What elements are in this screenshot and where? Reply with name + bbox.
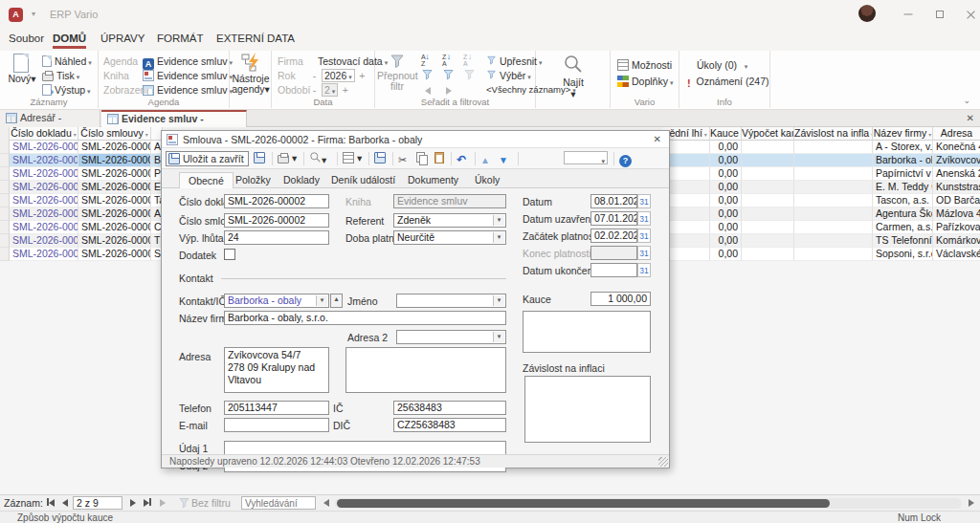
cislo-dokladu-field[interactable]: SML-2026-00002: [224, 194, 329, 208]
cell-zavislost[interactable]: [794, 207, 873, 221]
adresa2-textarea[interactable]: [345, 347, 506, 393]
cell-cislo-dokladu[interactable]: SML-2026-00002: [10, 154, 78, 167]
save-record-button[interactable]: [254, 151, 268, 166]
sort-desc-button[interactable]: [442, 54, 458, 67]
cell-cislo-smlouvy[interactable]: SML-2026-00006: [78, 207, 151, 221]
row-selector[interactable]: [0, 154, 10, 167]
email-field[interactable]: [224, 418, 329, 432]
cell-nazev-firmy[interactable]: Tascon, a.s.: [873, 194, 933, 207]
cell-vypocet-kauce[interactable]: [742, 154, 794, 167]
cell-vypocet-kauce[interactable]: [742, 234, 794, 248]
record-position[interactable]: 2 z 9: [73, 496, 122, 510]
cell-nazev-firmy[interactable]: TS Telefonní sp: [873, 234, 933, 248]
cell-adresa[interactable]: Zvíkovcova: [933, 154, 980, 167]
dodatek-checkbox[interactable]: [224, 249, 235, 260]
kauce-note-textarea[interactable]: [523, 311, 651, 353]
adresa-textarea[interactable]: Zvíkovcova 54/7 278 09 Kralupy nad Vltav…: [224, 347, 329, 393]
cell-cislo-smlouvy[interactable]: SML-2026-00009: [78, 248, 151, 261]
cell-zavislost[interactable]: [794, 167, 873, 181]
zobrazeni-combo[interactable]: Evidence smluv: [143, 83, 233, 97]
datum-ukonceni-field[interactable]: [590, 263, 637, 277]
zacatek-platnosti-calendar-button[interactable]: 31: [637, 229, 651, 243]
cell-adresa[interactable]: OD Barča: [933, 194, 980, 207]
agenda-combo[interactable]: Evidence smluv: [143, 54, 233, 68]
kauce-field[interactable]: 1 000,00: [590, 292, 651, 306]
save-and-close-button[interactable]: Uložit a zavřít: [166, 151, 249, 166]
row-selector[interactable]: [0, 194, 10, 207]
row-selector[interactable]: [0, 207, 10, 221]
dropdown-caret-icon[interactable]: [292, 152, 297, 163]
cell-kauce[interactable]: 0,00: [710, 141, 742, 154]
obdobi-plus-button[interactable]: +: [341, 83, 349, 97]
obdobi-value[interactable]: 2: [322, 83, 338, 97]
obdobi-minus-button[interactable]: -: [310, 83, 319, 97]
cell-adresa[interactable]: Anenská 25: [933, 167, 980, 181]
cell-kauce[interactable]: 0,00: [710, 167, 742, 181]
selection-filter-button[interactable]: Výběr: [486, 69, 531, 82]
cell-vypocet-kauce[interactable]: [742, 194, 794, 207]
ic-field[interactable]: 25638483: [393, 401, 506, 415]
cell-zavislost[interactable]: [794, 154, 873, 167]
header-nazev-firmy[interactable]: Název firmy: [873, 127, 933, 141]
menu-format[interactable]: FORMÁT: [157, 33, 204, 44]
dialog-close-icon[interactable]: [654, 134, 661, 144]
cell-kauce[interactable]: 0,00: [710, 154, 742, 167]
cell-adresa[interactable]: Komárkova: [933, 234, 980, 248]
undo-button[interactable]: [457, 151, 469, 166]
prev-page-button[interactable]: [425, 84, 431, 98]
minimize-button[interactable]: [895, 6, 922, 23]
table-row[interactable]: 0,00 TS Telefonní sp Komárkova: [662, 234, 980, 248]
tab-polozky[interactable]: Položky: [227, 172, 279, 188]
table-row[interactable]: SML-2026-00008 SML-2026-00008 TS: [0, 234, 163, 248]
next-record-button[interactable]: [499, 151, 511, 166]
cell-cislo-dokladu[interactable]: SML-2026-00009: [10, 248, 78, 261]
cell-cislo-dokladu[interactable]: SML-2026-00005: [10, 194, 78, 207]
new-record-button[interactable]: Nový: [6, 54, 38, 84]
search-input[interactable]: [241, 496, 316, 510]
cell-nazev-firmy[interactable]: Sopsoni, s.r.o.: [873, 248, 933, 261]
cell-vypocet-kauce[interactable]: [742, 248, 794, 261]
toggle-filter-button[interactable]: Přepnoutfiltr: [377, 54, 417, 92]
table-row[interactable]: SML-2026-00005 SML-2026-00005 Ta: [0, 194, 163, 207]
obdobi-stepper[interactable]: - 2 +: [310, 83, 349, 97]
rok-minus-button[interactable]: -: [310, 69, 319, 82]
cell-zavislost[interactable]: [794, 141, 873, 154]
cell-nazev-firmy[interactable]: Papírnictví v An: [873, 167, 933, 181]
udaj1-field[interactable]: [224, 441, 506, 455]
filter-selection-button[interactable]: [421, 69, 434, 82]
cell-cislo-dokladu[interactable]: SML-2026-00001: [10, 141, 78, 154]
cell-zavislost[interactable]: [794, 248, 873, 261]
table-row[interactable]: 0,00 Agentura Školin Mázlova 47: [662, 207, 980, 221]
table-row[interactable]: 0,00 Barborka - obal Zvíkovcova: [662, 154, 980, 167]
table-row[interactable]: 0,00 E. M. Teddy Gm Kunststrass: [662, 181, 980, 194]
next-record-button[interactable]: [126, 497, 139, 509]
cell-cislo-smlouvy[interactable]: SML-2026-00007: [78, 221, 151, 234]
cell-vypocet-kauce[interactable]: [742, 181, 794, 194]
print-preview-button[interactable]: [309, 151, 326, 166]
nazev-firmy-field[interactable]: Barborka - obaly, s.r.o.: [224, 311, 506, 325]
horizontal-scrollbar[interactable]: [335, 498, 962, 509]
cell-cislo-smlouvy[interactable]: SML-2026-00008: [78, 234, 151, 248]
menu-domu[interactable]: DOMŮ: [53, 33, 86, 49]
dialog-titlebar[interactable]: Smlouva - SML-2026-00002 - Firma: Barbor…: [162, 131, 669, 148]
maximize-button[interactable]: [926, 6, 953, 23]
table-row[interactable]: SML-2026-00009 SML-2026-00009 So: [0, 248, 163, 261]
column-dropdown-icon[interactable]: [928, 132, 931, 138]
datum-ukonceni-calendar-button[interactable]: 31: [637, 263, 651, 277]
cell-cislo-dokladu[interactable]: SML-2026-00006: [10, 207, 78, 221]
collapse-ribbon-icon[interactable]: [963, 96, 970, 105]
cell-kauce[interactable]: 0,00: [710, 248, 742, 261]
header-zavislost-na-inflaci[interactable]: Závislost na infla: [794, 127, 873, 141]
datum-field[interactable]: 08.01.2026: [590, 194, 637, 208]
referent-combo[interactable]: Zdeněk: [393, 213, 506, 228]
cell-cislo-smlouvy[interactable]: SML-2026-00002: [78, 154, 151, 167]
datum-uzavreni-field[interactable]: 07.01.2026: [590, 211, 637, 226]
cell-nazev-firmy[interactable]: Agentura Školin: [873, 207, 933, 221]
cislo-smlouvy-field[interactable]: SML-2026-00002: [224, 213, 329, 228]
telefon-field[interactable]: 205113447: [224, 401, 329, 415]
vyp-lhuta-field[interactable]: 24: [224, 230, 329, 245]
table-row[interactable]: SML-2026-00004 SML-2026-00004 E.: [0, 181, 163, 194]
table-row[interactable]: SML-2026-00001 SML-2026-00001 A: [0, 141, 163, 154]
column-dropdown-icon[interactable]: [74, 132, 77, 138]
rok-stepper[interactable]: - 2026 +: [310, 69, 367, 82]
